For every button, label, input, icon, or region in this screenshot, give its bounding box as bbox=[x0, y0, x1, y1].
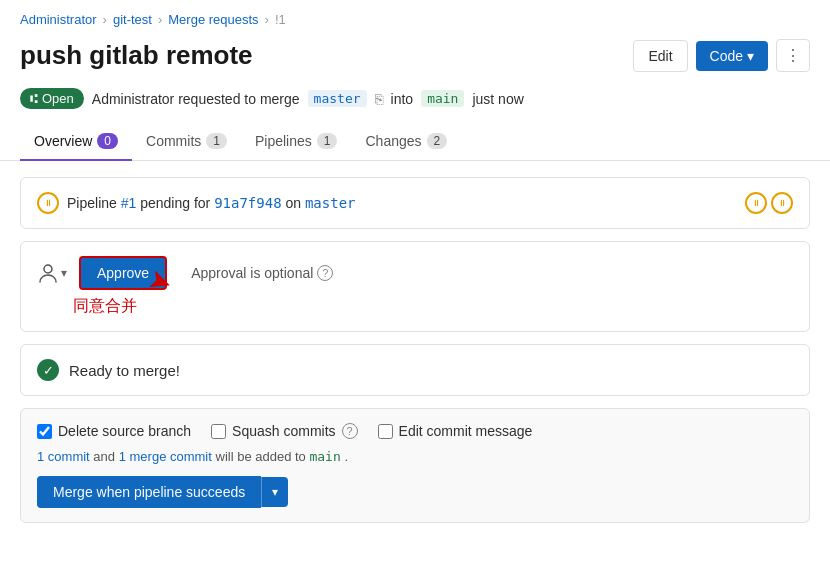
merge-button-row: Merge when pipeline succeeds ▾ bbox=[37, 476, 793, 508]
ready-check-icon: ✓ bbox=[37, 359, 59, 381]
delete-source-branch-label: Delete source branch bbox=[58, 423, 191, 439]
approval-help-icon[interactable]: ? bbox=[317, 265, 333, 281]
merge-when-pipeline-button[interactable]: Merge when pipeline succeeds bbox=[37, 476, 261, 508]
pipeline-actions: ⏸ ⏸ bbox=[745, 192, 793, 214]
pipeline-status-icon: ⏸ bbox=[37, 192, 59, 214]
mr-meta: ⑆ Open Administrator requested to merge … bbox=[0, 84, 830, 123]
squash-commits-option[interactable]: Squash commits ? bbox=[211, 423, 357, 439]
chevron-down-icon: ▾ bbox=[747, 48, 754, 64]
tabs: Overview 0 Commits 1 Pipelines 1 Changes… bbox=[0, 123, 830, 161]
approvers-chevron-icon: ▾ bbox=[61, 266, 67, 280]
header-actions: Edit Code ▾ ⋮ bbox=[633, 39, 810, 72]
merge-icon: ⑆ bbox=[30, 91, 38, 106]
edit-commit-checkbox[interactable] bbox=[378, 424, 393, 439]
page-title: push gitlab remote bbox=[20, 40, 253, 71]
breadcrumb-id: !1 bbox=[275, 12, 286, 27]
tab-changes-count: 2 bbox=[427, 133, 448, 149]
pipeline-commit[interactable]: 91a7f948 bbox=[214, 195, 281, 211]
pipeline-link[interactable]: #1 bbox=[121, 195, 137, 211]
target-branch-link[interactable]: main bbox=[309, 449, 340, 464]
tab-overview[interactable]: Overview 0 bbox=[20, 123, 132, 161]
pipeline-pause-icon-1[interactable]: ⏸ bbox=[745, 192, 767, 214]
status-badge: ⑆ Open bbox=[20, 88, 84, 109]
merge-dropdown-button[interactable]: ▾ bbox=[261, 477, 288, 507]
copy-icon[interactable]: ⎘ bbox=[375, 91, 383, 107]
breadcrumb-admin[interactable]: Administrator bbox=[20, 12, 97, 27]
squash-help-icon[interactable]: ? bbox=[342, 423, 358, 439]
merge-commit-link[interactable]: 1 merge commit bbox=[119, 449, 212, 464]
breadcrumb-repo[interactable]: git-test bbox=[113, 12, 152, 27]
edit-button[interactable]: Edit bbox=[633, 40, 687, 72]
approval-optional-text: Approval is optional ? bbox=[191, 265, 333, 281]
more-options-button[interactable]: ⋮ bbox=[776, 39, 810, 72]
source-branch[interactable]: master bbox=[308, 90, 367, 107]
breadcrumb: Administrator › git-test › Merge request… bbox=[0, 0, 830, 33]
edit-commit-label: Edit commit message bbox=[399, 423, 533, 439]
mr-description: Administrator requested to merge bbox=[92, 91, 300, 107]
code-label: Code bbox=[710, 48, 743, 64]
delete-source-branch-checkbox[interactable] bbox=[37, 424, 52, 439]
tab-overview-label: Overview bbox=[34, 133, 92, 149]
edit-commit-option[interactable]: Edit commit message bbox=[378, 423, 533, 439]
ready-text: Ready to merge! bbox=[69, 362, 180, 379]
commit-count-link[interactable]: 1 commit bbox=[37, 449, 90, 464]
annotation-label: 同意合并 bbox=[73, 297, 137, 314]
time-label: just now bbox=[472, 91, 523, 107]
merge-options-card: Delete source branch Squash commits ? Ed… bbox=[20, 408, 810, 523]
tab-changes[interactable]: Changes 2 bbox=[351, 123, 461, 161]
approve-card: ▾ Approve ➤ Approval is optional ? 同意合并 bbox=[20, 241, 810, 332]
squash-commits-label: Squash commits bbox=[232, 423, 335, 439]
content-area: ⏸ Pipeline #1 pending for 91a7f948 on ma… bbox=[0, 161, 830, 539]
tab-changes-label: Changes bbox=[365, 133, 421, 149]
tab-commits-count: 1 bbox=[206, 133, 227, 149]
tab-overview-count: 0 bbox=[97, 133, 118, 149]
tab-commits[interactable]: Commits 1 bbox=[132, 123, 241, 161]
ready-to-merge-card: ✓ Ready to merge! bbox=[20, 344, 810, 396]
code-button[interactable]: Code ▾ bbox=[696, 41, 768, 71]
delete-source-branch-option[interactable]: Delete source branch bbox=[37, 423, 191, 439]
tab-commits-label: Commits bbox=[146, 133, 201, 149]
pipeline-card: ⏸ Pipeline #1 pending for 91a7f948 on ma… bbox=[20, 177, 810, 229]
approvers-icon: ▾ bbox=[37, 262, 67, 284]
breadcrumb-mr[interactable]: Merge requests bbox=[168, 12, 258, 27]
into-label: into bbox=[391, 91, 414, 107]
tab-pipelines-count: 1 bbox=[317, 133, 338, 149]
squash-commits-checkbox[interactable] bbox=[211, 424, 226, 439]
pipeline-branch[interactable]: master bbox=[305, 195, 356, 211]
pipeline-text: Pipeline #1 pending for 91a7f948 on mast… bbox=[67, 195, 356, 211]
pipeline-info: ⏸ Pipeline #1 pending for 91a7f948 on ma… bbox=[37, 192, 356, 214]
tab-pipelines[interactable]: Pipelines 1 bbox=[241, 123, 352, 161]
tab-pipelines-label: Pipelines bbox=[255, 133, 312, 149]
commit-info: 1 commit and 1 merge commit will be adde… bbox=[37, 449, 793, 464]
pipeline-pause-icon-2[interactable]: ⏸ bbox=[771, 192, 793, 214]
merge-checkboxes: Delete source branch Squash commits ? Ed… bbox=[37, 423, 793, 439]
page-header: push gitlab remote Edit Code ▾ ⋮ bbox=[0, 33, 830, 84]
svg-point-0 bbox=[44, 265, 52, 273]
target-branch[interactable]: main bbox=[421, 90, 464, 107]
